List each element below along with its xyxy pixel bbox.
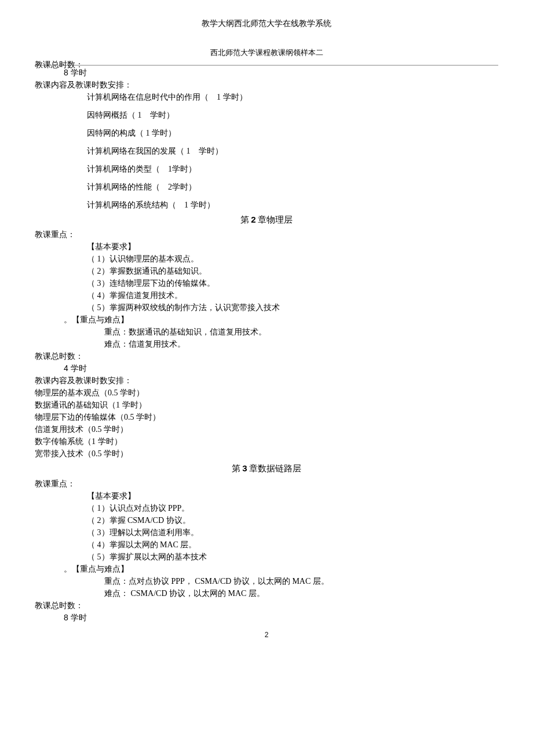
- schedule-item: 因特网概括（ 1 学时）: [35, 109, 498, 121]
- focus-label-3: 教课重点：: [35, 478, 498, 490]
- page-number: 2: [35, 630, 498, 640]
- chapter-3-title: 第 3 章数据链路层: [35, 462, 498, 475]
- key-difficulty-2: 难点：信道复用技术。: [35, 338, 498, 350]
- requirement-item: （ 5）掌握扩展以太网的基本技术: [35, 551, 498, 563]
- total-hours-label-2: 教课总时数：: [35, 350, 498, 362]
- key-difficulty-3: 难点： CSMA/CD 协议，以太网的 MAC 层。: [35, 587, 498, 599]
- key-focus-3: 重点：点对点协议 PPP， CSMA/CD 协议，以太网的 MAC 层。: [35, 575, 498, 587]
- basic-requirements-label-2: 【基本要求】: [35, 241, 498, 253]
- key-difficulty-line-2: 。【重点与难点】: [35, 314, 498, 326]
- content-item: 宽带接入技术（0.5 学时）: [35, 448, 498, 460]
- total-hours-value-3: 8 学时: [35, 612, 498, 624]
- requirement-item: （ 1）认识点对点协议 PPP。: [35, 502, 498, 514]
- schedule-item: 因特网的构成（ 1 学时）: [35, 127, 498, 139]
- requirement-item: （ 3）理解以太网信道利用率。: [35, 526, 498, 539]
- requirement-item: （ 4）掌握信道复用技术。: [35, 289, 498, 301]
- content-schedule-label-1: 教课内容及教课时数安排：: [35, 79, 498, 91]
- schedule-item: 计算机网络在信息时代中的作用（ 1 学时）: [35, 91, 498, 103]
- requirement-item: （ 1）认识物理层的基本观点。: [35, 253, 498, 265]
- total-hours-value-2: 4 学时: [35, 362, 498, 375]
- content-item: 数据通讯的基础知识（1 学时）: [35, 399, 498, 411]
- basic-requirements-label-3: 【基本要求】: [35, 490, 498, 502]
- schedule-item: 计算机网络在我国的发展（ 1 学时）: [35, 145, 498, 157]
- requirement-item: （ 2）掌握数据通讯的基础知识。: [35, 265, 498, 277]
- key-difficulty-line-3: 。【重点与难点】: [35, 563, 498, 575]
- content-item: 数字传输系统（1 学时）: [35, 435, 498, 448]
- schedule-item: 计算机网络的类型（ 1学时）: [35, 163, 498, 175]
- divider-line: [35, 65, 498, 66]
- content-schedule-label-2: 教课内容及教课时数安排：: [35, 375, 498, 387]
- content-item: 物理层的基本观点（0.5 学时）: [35, 387, 498, 399]
- focus-label-2: 教课重点：: [35, 228, 498, 241]
- requirement-item: （ 5）掌握两种双绞线的制作方法，认识宽带接入技术: [35, 301, 498, 314]
- requirement-item: （ 2）掌握 CSMA/CD 协议。: [35, 514, 498, 526]
- document-sub-title: 西北师范大学课程教课纲领样本二: [35, 47, 498, 59]
- content-item: 物理层下边的传输媒体（0.5 学时）: [35, 411, 498, 423]
- chapter-2-title: 第 2 章物理层: [35, 213, 498, 227]
- total-hours-label-3: 教课总时数：: [35, 599, 498, 612]
- schedule-item: 计算机网络的系统结构（ 1 学时）: [35, 199, 498, 211]
- content-item: 信道复用技术（0.5 学时）: [35, 423, 498, 435]
- document-header-title: 教学大纲西北师范大学在线教学系统: [35, 17, 498, 30]
- key-focus-2: 重点：数据通讯的基础知识，信道复用技术。: [35, 326, 498, 338]
- schedule-item: 计算机网络的性能（ 2学时）: [35, 181, 498, 193]
- requirement-item: （ 4）掌握以太网的 MAC 层。: [35, 539, 498, 551]
- total-hours-value-1: 8 学时: [35, 67, 498, 79]
- requirement-item: （ 3）连结物理层下边的传输媒体。: [35, 277, 498, 289]
